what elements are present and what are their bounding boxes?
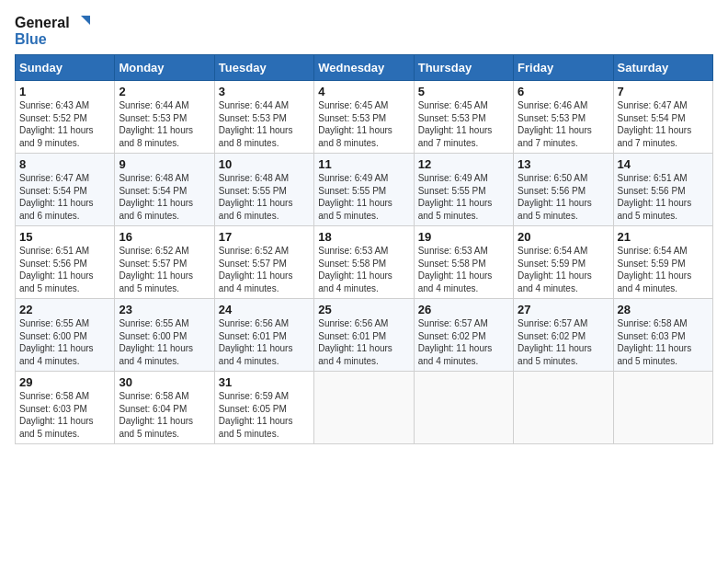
cell-info: Sunrise: 6:58 AMSunset: 6:04 PMDaylight:… [119,391,193,439]
cell-info: Sunrise: 6:45 AMSunset: 5:53 PMDaylight:… [318,100,392,148]
cell-info: Sunrise: 6:51 AMSunset: 5:56 PMDaylight:… [19,246,94,293]
calendar-cell: 30Sunrise: 6:58 AMSunset: 6:04 PMDayligh… [115,372,214,444]
day-number: 16 [119,230,210,244]
logo: General Blue [15,15,90,47]
calendar-cell: 28Sunrise: 6:58 AMSunset: 6:03 PMDayligh… [613,299,712,372]
calendar-cell: 5Sunrise: 6:45 AMSunset: 5:53 PMDaylight… [414,81,513,154]
cell-info: Sunrise: 6:46 AMSunset: 5:53 PMDaylight:… [518,100,592,148]
calendar-week-row: 22Sunrise: 6:55 AMSunset: 6:00 PMDayligh… [16,299,713,372]
cell-info: Sunrise: 6:49 AMSunset: 5:55 PMDaylight:… [318,173,392,221]
calendar-cell: 14Sunrise: 6:51 AMSunset: 5:56 PMDayligh… [613,154,712,226]
calendar-cell [613,372,712,444]
weekday-header: Sunday [16,55,115,81]
weekday-header: Friday [514,55,613,81]
calendar-cell: 10Sunrise: 6:48 AMSunset: 5:55 PMDayligh… [214,154,313,226]
logo-text-block: General Blue [15,15,90,47]
calendar-cell: 22Sunrise: 6:55 AMSunset: 6:00 PMDayligh… [16,299,115,372]
day-number: 14 [618,157,709,171]
cell-info: Sunrise: 6:56 AMSunset: 6:01 PMDaylight:… [318,318,392,366]
cell-info: Sunrise: 6:53 AMSunset: 5:58 PMDaylight:… [418,246,493,293]
cell-info: Sunrise: 6:50 AMSunset: 5:56 PMDaylight:… [518,173,592,221]
calendar-cell: 12Sunrise: 6:49 AMSunset: 5:55 PMDayligh… [414,154,513,226]
weekday-row: SundayMondayTuesdayWednesdayThursdayFrid… [16,55,713,81]
day-number: 2 [119,85,210,98]
calendar-cell: 21Sunrise: 6:54 AMSunset: 5:59 PMDayligh… [613,226,712,299]
day-number: 13 [518,157,609,171]
day-number: 12 [418,157,509,171]
cell-info: Sunrise: 6:57 AMSunset: 6:02 PMDaylight:… [518,318,592,366]
cell-info: Sunrise: 6:48 AMSunset: 5:54 PMDaylight:… [119,173,193,221]
day-number: 28 [618,303,709,316]
cell-info: Sunrise: 6:47 AMSunset: 5:54 PMDaylight:… [19,173,94,221]
cell-info: Sunrise: 6:58 AMSunset: 6:03 PMDaylight:… [618,318,692,366]
calendar-week-row: 8Sunrise: 6:47 AMSunset: 5:54 PMDaylight… [16,154,713,226]
svg-marker-0 [81,16,90,25]
day-number: 17 [219,230,310,244]
day-number: 22 [19,303,110,316]
day-number: 3 [219,85,310,98]
cell-info: Sunrise: 6:49 AMSunset: 5:55 PMDaylight:… [418,173,493,221]
weekday-header: Thursday [414,55,513,81]
calendar-table: SundayMondayTuesdayWednesdayThursdayFrid… [15,54,713,444]
calendar-cell: 18Sunrise: 6:53 AMSunset: 5:58 PMDayligh… [314,226,414,299]
day-number: 8 [19,157,110,171]
cell-info: Sunrise: 6:55 AMSunset: 6:00 PMDaylight:… [19,318,94,366]
calendar-cell: 23Sunrise: 6:55 AMSunset: 6:00 PMDayligh… [115,299,214,372]
calendar-cell [414,372,513,444]
calendar-cell: 9Sunrise: 6:48 AMSunset: 5:54 PMDaylight… [115,154,214,226]
cell-info: Sunrise: 6:43 AMSunset: 5:52 PMDaylight:… [19,100,94,148]
cell-info: Sunrise: 6:44 AMSunset: 5:53 PMDaylight:… [219,100,293,148]
calendar-cell: 6Sunrise: 6:46 AMSunset: 5:53 PMDaylight… [514,81,613,154]
calendar-cell: 24Sunrise: 6:56 AMSunset: 6:01 PMDayligh… [214,299,313,372]
calendar-cell: 2Sunrise: 6:44 AMSunset: 5:53 PMDaylight… [115,81,214,154]
page-header: General Blue [15,15,713,47]
day-number: 10 [219,157,310,171]
calendar-cell: 20Sunrise: 6:54 AMSunset: 5:59 PMDayligh… [514,226,613,299]
calendar-cell: 19Sunrise: 6:53 AMSunset: 5:58 PMDayligh… [414,226,513,299]
cell-info: Sunrise: 6:54 AMSunset: 5:59 PMDaylight:… [618,246,692,293]
calendar-cell: 15Sunrise: 6:51 AMSunset: 5:56 PMDayligh… [16,226,115,299]
calendar-cell: 3Sunrise: 6:44 AMSunset: 5:53 PMDaylight… [214,81,313,154]
day-number: 31 [219,375,310,389]
calendar-cell: 13Sunrise: 6:50 AMSunset: 5:56 PMDayligh… [514,154,613,226]
day-number: 6 [518,85,609,98]
calendar-week-row: 1Sunrise: 6:43 AMSunset: 5:52 PMDaylight… [16,81,713,154]
day-number: 30 [119,375,210,389]
day-number: 20 [518,230,609,244]
day-number: 15 [19,230,110,244]
cell-info: Sunrise: 6:52 AMSunset: 5:57 PMDaylight:… [219,246,293,293]
logo-blue: Blue [15,31,47,48]
calendar-cell [314,372,414,444]
cell-info: Sunrise: 6:57 AMSunset: 6:02 PMDaylight:… [418,318,493,366]
calendar-cell: 1Sunrise: 6:43 AMSunset: 5:52 PMDaylight… [16,81,115,154]
cell-info: Sunrise: 6:58 AMSunset: 6:03 PMDaylight:… [19,391,94,439]
day-number: 18 [318,230,409,244]
weekday-header: Tuesday [214,55,313,81]
logo-general: General [15,15,70,31]
calendar-week-row: 29Sunrise: 6:58 AMSunset: 6:03 PMDayligh… [16,372,713,444]
cell-info: Sunrise: 6:54 AMSunset: 5:59 PMDaylight:… [518,246,592,293]
calendar-cell: 29Sunrise: 6:58 AMSunset: 6:03 PMDayligh… [16,372,115,444]
cell-info: Sunrise: 6:48 AMSunset: 5:55 PMDaylight:… [219,173,293,221]
calendar-week-row: 15Sunrise: 6:51 AMSunset: 5:56 PMDayligh… [16,226,713,299]
calendar-cell: 8Sunrise: 6:47 AMSunset: 5:54 PMDaylight… [16,154,115,226]
day-number: 26 [418,303,509,316]
day-number: 11 [318,157,409,171]
day-number: 29 [19,375,110,389]
logo-bird-icon [72,16,90,30]
day-number: 5 [418,85,509,98]
cell-info: Sunrise: 6:53 AMSunset: 5:58 PMDaylight:… [318,246,392,293]
calendar-cell: 25Sunrise: 6:56 AMSunset: 6:01 PMDayligh… [314,299,414,372]
day-number: 21 [618,230,709,244]
day-number: 1 [19,85,110,98]
day-number: 4 [318,85,409,98]
day-number: 7 [618,85,709,98]
calendar-cell: 26Sunrise: 6:57 AMSunset: 6:02 PMDayligh… [414,299,513,372]
cell-info: Sunrise: 6:55 AMSunset: 6:00 PMDaylight:… [119,318,193,366]
weekday-header: Saturday [613,55,712,81]
cell-info: Sunrise: 6:56 AMSunset: 6:01 PMDaylight:… [219,318,293,366]
cell-info: Sunrise: 6:45 AMSunset: 5:53 PMDaylight:… [418,100,493,148]
cell-info: Sunrise: 6:51 AMSunset: 5:56 PMDaylight:… [618,173,692,221]
calendar-cell: 27Sunrise: 6:57 AMSunset: 6:02 PMDayligh… [514,299,613,372]
cell-info: Sunrise: 6:52 AMSunset: 5:57 PMDaylight:… [119,246,193,293]
